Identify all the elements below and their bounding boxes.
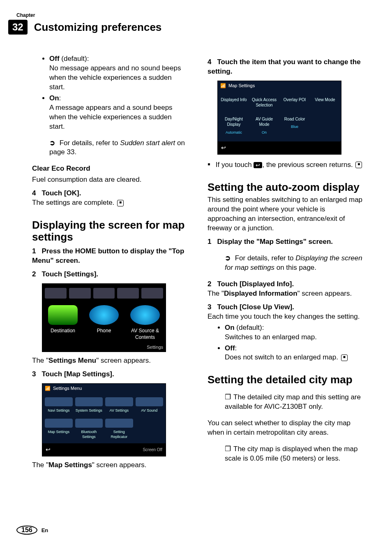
screenshot-settings-menu: Settings Menu Navi Settings System Setti… bbox=[42, 383, 166, 456]
step-touch-map-settings: 3Touch [Map Settings]. bbox=[32, 370, 188, 379]
ref-sudden-start: For details, refer to Sudden start alert… bbox=[49, 139, 188, 158]
screenshot-top-menu: Destination Phone AV Source & Contents S… bbox=[42, 283, 166, 352]
av-sound-icon bbox=[136, 397, 164, 406]
step-touch-item: 4Touch the item that you want to change … bbox=[208, 58, 363, 76]
topmenu-main: Destination Phone AV Source & Contents bbox=[42, 303, 166, 343]
status-icon bbox=[117, 288, 139, 299]
page-content: Off (default): No message appears and no… bbox=[32, 53, 363, 507]
settings-navi[interactable]: Navi Settings bbox=[44, 395, 74, 415]
map-settings-appears: The "Map Settings" screen appears. bbox=[32, 461, 188, 470]
city-note1: The detailed city map and this setting a… bbox=[225, 393, 363, 412]
step-touch-settings: 2Touch [Settings]. bbox=[32, 270, 188, 279]
topmenu-settings-button[interactable]: Settings bbox=[42, 343, 166, 352]
settings-empty bbox=[135, 416, 164, 442]
az-option-off: Off: Does not switch to an enlarged map. bbox=[225, 344, 363, 363]
av-settings-icon bbox=[105, 397, 133, 406]
map-day-night[interactable]: Day/Night DisplayAutomatic bbox=[219, 113, 248, 138]
navi-icon bbox=[45, 397, 73, 406]
az-step2-desc: The "Displayed Information" screen appea… bbox=[208, 289, 363, 299]
end-mark-icon bbox=[355, 162, 362, 168]
az-ref: For details, refer to Displaying the scr… bbox=[225, 254, 363, 273]
page-language: En bbox=[42, 527, 48, 533]
ref-ital: Sudden start alert bbox=[120, 139, 175, 147]
clear-eco-desc: Fuel consumption data are cleared. bbox=[32, 175, 188, 185]
auto-zoom-desc: This setting enables switching to an enl… bbox=[208, 195, 363, 233]
destination-icon bbox=[48, 305, 78, 325]
map-av-guide[interactable]: AV Guide ModeOn bbox=[250, 113, 279, 138]
step-num: 4 bbox=[32, 189, 36, 197]
topmenu-destination[interactable]: Destination bbox=[48, 305, 78, 341]
option-list-sudden-start: Off (default): No message appears and no… bbox=[32, 54, 188, 132]
option-off-default: (default): bbox=[61, 55, 89, 63]
settings-map[interactable]: Map Settings bbox=[44, 416, 74, 442]
signal-icon bbox=[45, 385, 51, 392]
city-note2: The city map is displayed when the map s… bbox=[225, 445, 363, 463]
chapter-title: Customizing preferences bbox=[34, 21, 162, 33]
phone-icon bbox=[89, 305, 119, 325]
az-step1: 1Display the "Map Settings" screen. bbox=[208, 237, 363, 247]
settings-avsound[interactable]: AV Sound bbox=[135, 395, 164, 415]
screen-off-button[interactable]: Screen Off bbox=[143, 447, 162, 453]
az-step3-desc: Each time you touch the key changes the … bbox=[208, 312, 363, 322]
topmenu-status-icons bbox=[42, 284, 166, 303]
screenshot-title-bar: Map Settings bbox=[218, 81, 341, 90]
replicator-icon bbox=[105, 419, 133, 428]
step-text: Touch [OK]. bbox=[42, 189, 81, 197]
option-on-label: On bbox=[49, 94, 59, 102]
status-icon bbox=[141, 288, 163, 299]
option-off-desc: No message appears and no sound beeps wh… bbox=[49, 64, 181, 91]
topmenu-phone[interactable]: Phone bbox=[89, 305, 119, 341]
page-number: 156 bbox=[16, 526, 37, 535]
end-mark-icon bbox=[117, 200, 124, 206]
ref-prefix: For details, refer to bbox=[60, 139, 120, 147]
screenshot-title: Map Settings bbox=[228, 83, 255, 89]
status-icon bbox=[93, 288, 115, 299]
back-note: If you touch , the previous screen retur… bbox=[208, 159, 363, 170]
map-quick-access[interactable]: Quick Access Selection bbox=[250, 94, 279, 111]
page-header: Chapter 32 Customizing preferences bbox=[8, 12, 376, 35]
map-displayed-info[interactable]: Displayed Info bbox=[219, 94, 248, 111]
map-settings-icon bbox=[45, 419, 73, 428]
option-on-colon: : bbox=[59, 94, 61, 102]
map-road-color[interactable]: Road ColorBlue bbox=[280, 113, 309, 138]
city-desc: You can select whether to display the ci… bbox=[208, 419, 363, 438]
az-option-on: On (default): Switches to an enlarged ma… bbox=[225, 323, 363, 342]
map-view-mode[interactable]: View Mode bbox=[311, 94, 339, 111]
map-empty bbox=[311, 113, 339, 138]
settings-system[interactable]: System Settings bbox=[74, 395, 104, 415]
az-step3: 3Touch [Close Up View]. bbox=[208, 303, 363, 312]
heading-auto-zoom: Setting the auto-zoom display bbox=[208, 181, 363, 193]
status-icon bbox=[69, 288, 91, 299]
az-step2: 2Touch [Displayed Info]. bbox=[208, 280, 363, 289]
option-on-desc: A message appears and a sound beeps when… bbox=[49, 104, 173, 130]
heading-display-map-settings: Displaying the screen for map settings bbox=[32, 219, 188, 243]
settings-bt[interactable]: Bluetooth Settings bbox=[74, 416, 104, 442]
back-icon bbox=[254, 162, 262, 168]
back-icon[interactable] bbox=[46, 446, 51, 454]
bluetooth-icon bbox=[75, 419, 103, 428]
step-press-home: 1Press the HOME button to display the "T… bbox=[32, 247, 188, 266]
chapter-label: Chapter bbox=[16, 12, 376, 18]
settings-menu-appears: The "Settings Menu" screen appears. bbox=[32, 356, 188, 366]
end-mark-icon bbox=[341, 354, 348, 361]
chapter-bar: 32 Customizing preferences bbox=[8, 19, 376, 35]
option-on: On: A message appears and a sound beeps … bbox=[49, 94, 188, 132]
map-overlay-poi[interactable]: Overlay POI bbox=[280, 94, 309, 111]
screenshot-map-settings: Map Settings Displayed Info Quick Access… bbox=[217, 81, 341, 155]
back-icon[interactable] bbox=[221, 144, 226, 152]
screenshot-title: Settings Menu bbox=[53, 385, 82, 392]
topmenu-av[interactable]: AV Source & Contents bbox=[130, 305, 160, 341]
clear-eco-title: Clear Eco Record bbox=[32, 164, 188, 174]
heading-detailed-city-map: Setting the detailed city map bbox=[208, 374, 363, 386]
az-option-list: On (default): Switches to an enlarged ma… bbox=[208, 323, 363, 363]
settings-replicator[interactable]: Setting Replicator bbox=[104, 416, 134, 442]
chapter-number: 32 bbox=[8, 20, 28, 35]
settings-av[interactable]: AV Settings bbox=[104, 395, 134, 415]
option-off-label: Off bbox=[49, 55, 60, 63]
status-icon bbox=[45, 288, 67, 299]
screenshot-title-bar: Settings Menu bbox=[42, 384, 166, 393]
signal-icon bbox=[220, 83, 226, 89]
av-icon bbox=[130, 305, 160, 325]
system-icon bbox=[75, 397, 103, 406]
option-off: Off (default): No message appears and no… bbox=[49, 54, 188, 92]
